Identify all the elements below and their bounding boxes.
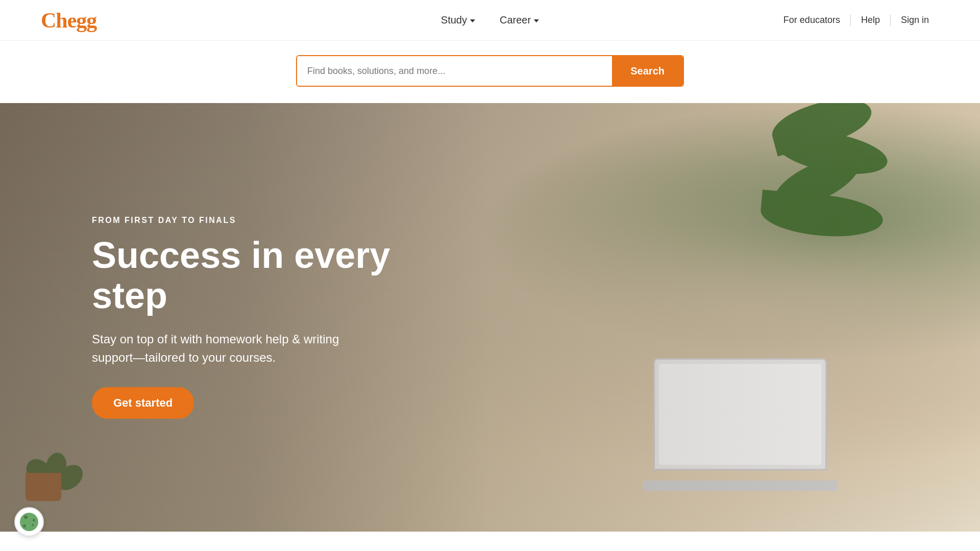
cookie-dot: [32, 524, 34, 526]
search-container: Search: [296, 55, 684, 87]
search-input[interactable]: [297, 56, 612, 86]
nav-right: For educators Help Sign in: [773, 15, 939, 26]
hero-title: Success in every step: [92, 235, 449, 316]
career-chevron-icon: [534, 19, 539, 22]
cookie-preferences-button[interactable]: [14, 507, 44, 537]
nav-career[interactable]: Career: [500, 14, 539, 26]
hero-section: FROM FIRST DAY TO FINALS Success in ever…: [0, 103, 980, 532]
study-chevron-icon: [470, 19, 475, 22]
get-started-button[interactable]: Get started: [92, 387, 194, 419]
for-educators-link[interactable]: For educators: [773, 15, 850, 26]
nav-study[interactable]: Study: [441, 14, 475, 26]
search-section: Search: [0, 41, 980, 103]
hero-description: Stay on top of it with homework help & w…: [92, 330, 378, 367]
help-link[interactable]: Help: [851, 15, 890, 26]
cookie-dot: [23, 524, 26, 528]
sign-in-link[interactable]: Sign in: [891, 15, 939, 26]
logo-area: Chegg: [41, 8, 96, 33]
hero-eyebrow: FROM FIRST DAY TO FINALS: [92, 216, 449, 225]
hero-content: FROM FIRST DAY TO FINALS Success in ever…: [92, 216, 449, 419]
cookie-icon: [20, 513, 38, 531]
search-button[interactable]: Search: [612, 56, 683, 86]
header: Chegg Study Career For educators Help Si…: [0, 0, 980, 41]
cookie-dot: [33, 519, 35, 521]
chegg-logo[interactable]: Chegg: [41, 8, 96, 33]
main-nav: Study Career: [441, 14, 539, 26]
cookie-dot: [24, 515, 28, 519]
